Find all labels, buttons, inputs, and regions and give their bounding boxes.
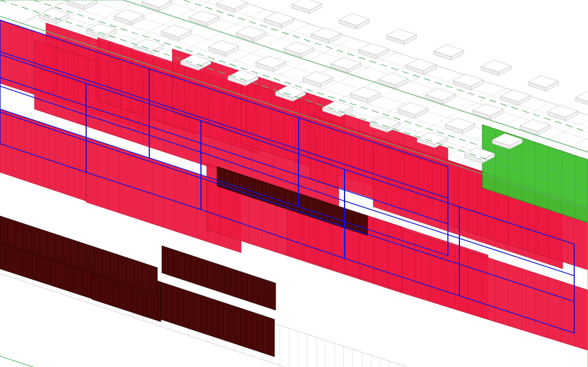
bim-3d-viewport[interactable]: [0, 0, 588, 367]
axonometric-scene[interactable]: [0, 0, 588, 367]
